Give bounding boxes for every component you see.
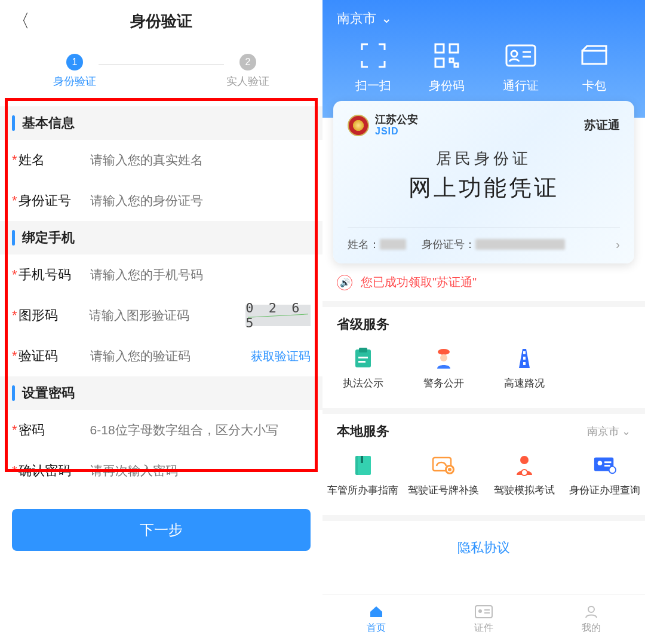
- local-services-title: 本地服务: [337, 422, 389, 440]
- svg-rect-4: [454, 63, 458, 67]
- svg-rect-10: [359, 348, 367, 352]
- svc-police-open[interactable]: 警务公开: [403, 341, 484, 396]
- car-card-icon: [432, 453, 456, 477]
- action-pass[interactable]: 通行证: [488, 39, 554, 94]
- svg-rect-2: [435, 59, 444, 67]
- get-code-button[interactable]: 获取验证码: [251, 348, 311, 364]
- svg-point-6: [511, 51, 517, 57]
- card-title-2: 网上功能凭证: [348, 173, 620, 203]
- required-star: *: [12, 463, 17, 479]
- location-selector[interactable]: 南京市 ⌄: [337, 10, 631, 27]
- driver-icon: [512, 453, 536, 477]
- step-line: [99, 64, 224, 65]
- local-location-text: 南京市: [587, 424, 619, 438]
- tab-mine[interactable]: 我的: [538, 594, 645, 644]
- password-input[interactable]: [90, 423, 311, 437]
- section-set-password: 设置密码: [0, 376, 322, 410]
- privacy-link[interactable]: 隐私协议: [322, 515, 645, 581]
- step-2: 2 实人验证: [226, 54, 269, 88]
- page-title: 身份验证: [30, 11, 293, 32]
- tab-mine-label: 我的: [582, 622, 601, 634]
- required-star: *: [12, 267, 17, 283]
- tab-home-label: 首页: [367, 622, 386, 634]
- svg-rect-16: [523, 357, 526, 360]
- field-password-label: 密码: [19, 421, 90, 439]
- police-icon: [432, 346, 456, 370]
- step-1-label: 身份验证: [53, 74, 96, 88]
- field-confirm-password-label: 确认密码: [19, 462, 90, 480]
- card-title-block: 居民身份证 网上功能凭证: [348, 148, 620, 203]
- svc-highway[interactable]: 高速路况: [484, 341, 564, 396]
- field-password: * 密码: [0, 410, 322, 450]
- mobile-input[interactable]: [90, 268, 311, 282]
- idcard-icon: [500, 39, 542, 72]
- svc-police-open-label: 警务公开: [423, 376, 464, 390]
- captcha-image[interactable]: 0 2 6 5: [245, 305, 311, 326]
- svg-point-31: [478, 609, 482, 613]
- svg-rect-12: [358, 361, 366, 363]
- speaker-icon: 🔊: [337, 275, 352, 290]
- card-org-en: JSID: [375, 126, 418, 137]
- section-basic-info: 基本信息: [0, 106, 322, 140]
- local-location-selector[interactable]: 南京市 ⌄: [587, 424, 631, 438]
- confirm-password-input[interactable]: [90, 464, 311, 478]
- svc-driving-test-label: 驾驶模拟考试: [494, 483, 555, 497]
- action-scan[interactable]: 扫一扫: [340, 39, 406, 94]
- imgcode-input[interactable]: [89, 308, 245, 323]
- svc-law-enforcement-label: 执法公示: [343, 376, 383, 390]
- svg-rect-17: [523, 362, 526, 365]
- step-indicator: 1 身份验证 2 实人验证: [0, 42, 322, 106]
- action-idcode[interactable]: 身份码: [414, 39, 480, 94]
- smscode-input[interactable]: [90, 349, 251, 363]
- svc-highway-label: 高速路况: [504, 376, 545, 390]
- field-mobile-label: 手机号码: [19, 266, 90, 284]
- svg-rect-19: [358, 456, 371, 475]
- field-smscode-label: 验证码: [19, 347, 90, 365]
- action-pass-label: 通行证: [503, 78, 539, 94]
- svc-dmv-guide-label: 车管所办事指南: [327, 483, 398, 497]
- svc-driving-test[interactable]: 驾驶模拟考试: [484, 447, 564, 503]
- field-idno-label: 身份证号: [19, 192, 90, 210]
- home-icon: [367, 604, 385, 620]
- tab-home[interactable]: 首页: [322, 594, 430, 644]
- step-1-number: 1: [66, 54, 83, 70]
- action-wallet[interactable]: 卡包: [561, 39, 627, 94]
- required-star: *: [12, 152, 17, 168]
- card-id-label: 身份证号：: [422, 237, 475, 252]
- svc-license-replace[interactable]: 驾驶证号牌补换: [403, 447, 484, 503]
- field-name-label: 姓名: [19, 151, 90, 169]
- wallet-icon: [573, 39, 615, 72]
- field-smscode: * 验证码 获取验证码: [0, 336, 322, 376]
- svg-point-29: [609, 467, 615, 473]
- tab-cert[interactable]: 证件: [430, 594, 538, 644]
- card-name-label: 姓名：: [348, 237, 380, 252]
- person-icon: [582, 604, 600, 620]
- book-icon: [351, 453, 375, 477]
- svg-point-23: [520, 456, 529, 464]
- svc-id-query[interactable]: 身份证办理查询: [564, 447, 645, 503]
- name-input[interactable]: [90, 153, 311, 167]
- svg-rect-3: [450, 59, 453, 62]
- field-imgcode-label: 图形码: [19, 306, 90, 324]
- success-message: 您已成功领取"苏证通": [361, 274, 477, 290]
- next-button[interactable]: 下一步: [12, 509, 311, 551]
- svg-point-34: [588, 606, 594, 612]
- required-star: *: [12, 308, 17, 323]
- field-confirm-password: * 确认密码: [0, 450, 322, 491]
- idno-input[interactable]: [90, 194, 311, 208]
- svg-point-24: [521, 470, 527, 476]
- card-id-mask: [475, 239, 565, 250]
- svg-point-13: [438, 349, 450, 355]
- back-icon[interactable]: 〈: [12, 9, 30, 33]
- id-card[interactable]: 江苏公安 JSID 苏证通 居民身份证 网上功能凭证 姓名： 身份证号： ›: [333, 101, 634, 263]
- svc-dmv-guide[interactable]: 车管所办事指南: [322, 447, 403, 503]
- location-text: 南京市: [337, 10, 376, 27]
- chevron-right-icon: ›: [616, 238, 620, 252]
- field-imgcode: * 图形码 0 2 6 5: [0, 295, 322, 336]
- card-header: 江苏公安 JSID 苏证通: [348, 114, 620, 136]
- scan-icon: [352, 39, 394, 72]
- right-panel: 南京市 ⌄ 扫一扫 身份码 通行证: [322, 0, 645, 644]
- card-name-mask: [380, 239, 406, 250]
- svc-law-enforcement[interactable]: 执法公示: [322, 341, 403, 396]
- svg-rect-0: [435, 44, 444, 53]
